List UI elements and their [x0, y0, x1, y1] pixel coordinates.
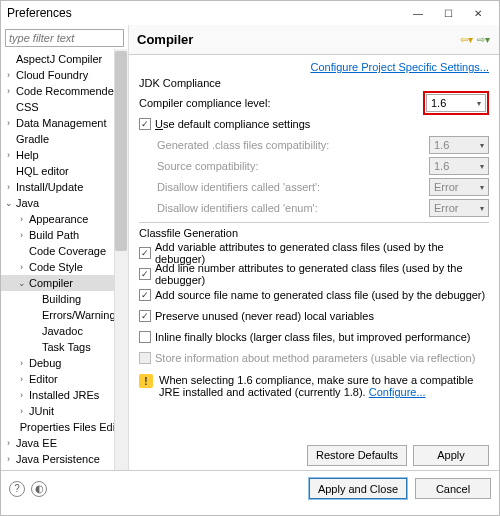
- restore-defaults-button[interactable]: Restore Defaults: [307, 445, 407, 466]
- cb-store-params: [139, 352, 151, 364]
- twisty-icon[interactable]: ›: [3, 182, 14, 192]
- tree-item[interactable]: Errors/Warnings: [1, 307, 128, 323]
- help-icon[interactable]: ?: [9, 481, 25, 497]
- tree-item-label: Installed JREs: [27, 389, 99, 401]
- twisty-icon[interactable]: ›: [3, 438, 14, 448]
- dialog-footer: ? ◐ Apply and Close Cancel: [1, 470, 499, 506]
- apply-close-button[interactable]: Apply and Close: [309, 478, 407, 499]
- src-compat-select: 1.6▾: [429, 157, 489, 175]
- tree-item[interactable]: ›Debug: [1, 355, 128, 371]
- gen-class-select: 1.6▾: [429, 136, 489, 154]
- twisty-icon[interactable]: ›: [3, 150, 14, 160]
- tree-item[interactable]: CSS: [1, 99, 128, 115]
- tree-item[interactable]: AspectJ Compiler: [1, 51, 128, 67]
- tree-item-label: JavaScript: [14, 469, 67, 470]
- tree-item[interactable]: Building: [1, 291, 128, 307]
- tree-item[interactable]: ›Code Style: [1, 259, 128, 275]
- tree-item-label: AspectJ Compiler: [14, 53, 102, 65]
- tree-scrollbar-thumb[interactable]: [115, 51, 127, 251]
- tree-item-label: Build Path: [27, 229, 79, 241]
- cancel-button[interactable]: Cancel: [415, 478, 491, 499]
- minimize-button[interactable]: —: [403, 3, 433, 23]
- chevron-down-icon: ▾: [477, 99, 481, 108]
- sidebar: AspectJ Compiler›Cloud Foundry›Code Reco…: [1, 25, 129, 470]
- twisty-icon[interactable]: ›: [16, 358, 27, 368]
- import-export-icon[interactable]: ◐: [31, 481, 47, 497]
- tree-item[interactable]: ›Appearance: [1, 211, 128, 227]
- tree-item[interactable]: Code Coverage: [1, 243, 128, 259]
- tree-item-label: Task Tags: [40, 341, 91, 353]
- twisty-icon[interactable]: ⌄: [3, 198, 14, 208]
- tree-item-label: Compiler: [27, 277, 73, 289]
- use-default-checkbox[interactable]: [139, 118, 151, 130]
- twisty-icon[interactable]: ›: [3, 454, 14, 464]
- src-compat-label: Source compatibility:: [157, 160, 429, 172]
- tree-item[interactable]: ›Build Path: [1, 227, 128, 243]
- tree-item[interactable]: ›Install/Update: [1, 179, 128, 195]
- tree-item-label: CSS: [14, 101, 39, 113]
- cb-add-variable[interactable]: [139, 247, 151, 259]
- disallow-enum-select: Error▾: [429, 199, 489, 217]
- compliance-level-row: Compiler compliance level: 1.6▾: [139, 93, 489, 113]
- apply-button[interactable]: Apply: [413, 445, 489, 466]
- tree-item[interactable]: ›Editor: [1, 371, 128, 387]
- tree-item-label: Editor: [27, 373, 58, 385]
- cb-add-line[interactable]: [139, 268, 151, 280]
- tree-item[interactable]: Task Tags: [1, 339, 128, 355]
- tree-item-label: Help: [14, 149, 39, 161]
- twisty-icon[interactable]: ›: [3, 86, 14, 96]
- twisty-icon[interactable]: ›: [16, 374, 27, 384]
- twisty-icon[interactable]: ›: [16, 230, 27, 240]
- tree-item-label: Data Management: [14, 117, 107, 129]
- tree-item-label: Errors/Warnings: [40, 309, 121, 321]
- tree-scrollbar[interactable]: [114, 49, 128, 470]
- tree-item[interactable]: ›JavaScript: [1, 467, 128, 470]
- cb-preserve-unused[interactable]: [139, 310, 151, 322]
- gen-class-row: Generated .class files compatibility: 1.…: [139, 135, 489, 155]
- nav-back-icon[interactable]: ⇦▾: [458, 32, 474, 48]
- twisty-icon[interactable]: ›: [3, 118, 14, 128]
- tree-item[interactable]: Properties Files Editor: [1, 419, 128, 435]
- disallow-enum-row: Disallow identifiers called 'enum': Erro…: [139, 198, 489, 218]
- tree-item[interactable]: HQL editor: [1, 163, 128, 179]
- compliance-level-select[interactable]: 1.6▾: [426, 94, 486, 112]
- nav-forward-icon[interactable]: ⇨▾: [475, 32, 491, 48]
- twisty-icon[interactable]: ⌄: [16, 278, 27, 288]
- window-title: Preferences: [7, 6, 403, 20]
- tree-item[interactable]: Javadoc: [1, 323, 128, 339]
- tree-item[interactable]: Gradle: [1, 131, 128, 147]
- filter-input[interactable]: [5, 29, 124, 47]
- maximize-button[interactable]: ☐: [433, 3, 463, 23]
- tree-item[interactable]: ⌄Compiler: [1, 275, 128, 291]
- preference-tree[interactable]: AspectJ Compiler›Cloud Foundry›Code Reco…: [1, 49, 128, 470]
- tree-item[interactable]: ⌄Java: [1, 195, 128, 211]
- cb-add-source[interactable]: [139, 289, 151, 301]
- tree-item[interactable]: ›Data Management: [1, 115, 128, 131]
- twisty-icon[interactable]: ›: [16, 406, 27, 416]
- project-specific-link[interactable]: Configure Project Specific Settings...: [310, 61, 489, 73]
- tree-item[interactable]: ›Cloud Foundry: [1, 67, 128, 83]
- cb3-row: Add source file name to generated class …: [139, 285, 489, 305]
- tree-item-label: Code Coverage: [27, 245, 106, 257]
- cb-inline-finally[interactable]: [139, 331, 151, 343]
- close-button[interactable]: ✕: [463, 3, 493, 23]
- tree-item[interactable]: ›Java EE: [1, 435, 128, 451]
- twisty-icon[interactable]: ›: [16, 214, 27, 224]
- cb5-row: Inline finally blocks (larger class file…: [139, 327, 489, 347]
- page-title: Compiler: [137, 32, 457, 47]
- tree-item[interactable]: ›Installed JREs: [1, 387, 128, 403]
- disallow-assert-label: Disallow identifiers called 'assert':: [157, 181, 429, 193]
- content-footer: Restore Defaults Apply: [129, 440, 499, 470]
- twisty-icon[interactable]: ›: [16, 390, 27, 400]
- compliance-level-label: Compiler compliance level:: [139, 97, 419, 109]
- tree-item-label: Appearance: [27, 213, 88, 225]
- gen-class-label: Generated .class files compatibility:: [157, 139, 429, 151]
- twisty-icon[interactable]: ›: [16, 262, 27, 272]
- tree-item[interactable]: ›JUnit: [1, 403, 128, 419]
- tree-item[interactable]: ›Java Persistence: [1, 451, 128, 467]
- tree-item[interactable]: ›Help: [1, 147, 128, 163]
- configure-link[interactable]: Configure...: [369, 386, 426, 398]
- tree-item[interactable]: ›Code Recommenders: [1, 83, 128, 99]
- title-bar: Preferences — ☐ ✕: [1, 1, 499, 25]
- twisty-icon[interactable]: ›: [3, 70, 14, 80]
